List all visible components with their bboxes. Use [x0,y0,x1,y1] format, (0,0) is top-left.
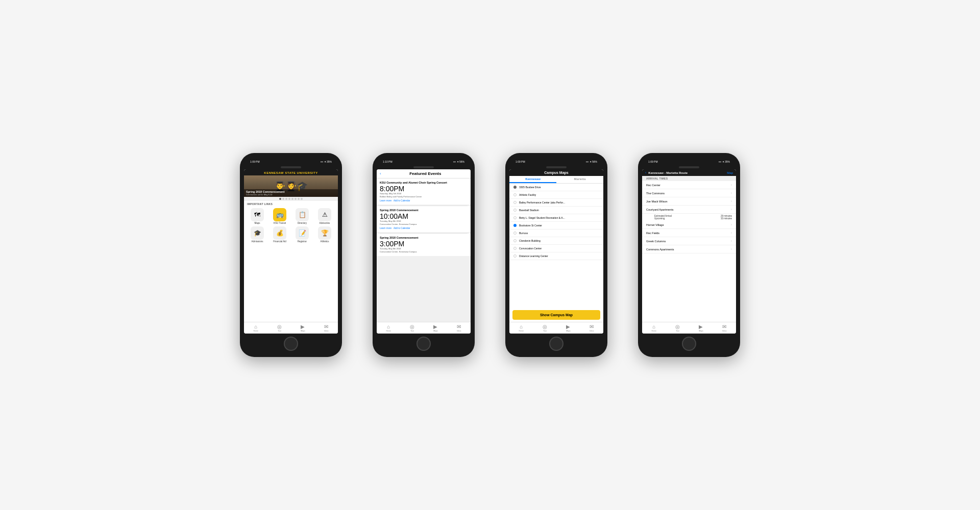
list-item-betty[interactable]: Betty L. Siegel Student Recreation & A..… [509,214,603,222]
icon-registrar[interactable]: 📝 Registrar [292,226,312,243]
event-1-details: Saturday, May 5th 2018 Bobbie Bailey and… [380,192,468,198]
nav4-home[interactable]: ⌂ Home [652,324,656,332]
tab-marietta[interactable]: Marietta [556,176,603,183]
back-button-2[interactable]: ‹ [380,171,381,176]
admissions-icon-box: 🎓 [251,226,264,240]
nav2-home[interactable]: ⌂ Home [386,324,391,332]
event-3-details: Tuesday, May 8th 2018 Convocation Center… [380,247,468,253]
nav-home[interactable]: ⌂ Home [254,324,258,332]
icon-athletics[interactable]: 🏆 Athletics [314,226,335,243]
directory-icon-box: 📋 [296,208,309,221]
item-busbee-label: 3305 Busbee Drive [519,186,541,189]
list-item-distance[interactable]: Distance Learning Center [509,252,603,260]
route-item-greek[interactable]: Greek Columns › [642,237,736,245]
home-button[interactable] [284,337,298,351]
event-1-calendar[interactable]: Add to Calendar [394,199,410,202]
event-2-learn[interactable]: Learn more [380,227,391,230]
campus-list: 3305 Busbee Drive Athletic Facility Bail… [509,184,603,308]
home-button-2[interactable] [416,337,431,351]
icon-transit[interactable]: 🚌 KSU Transit [270,208,290,224]
nav-maps[interactable]: ▶ Maps [301,324,305,332]
icon-advisories[interactable]: ⚠ Advisories [314,208,335,224]
icon-financial[interactable]: 💰 Financial Aid [270,226,290,243]
item-bailey-label: Bailey Performance Center (aka Perfor... [519,201,565,204]
event-1-actions: Learn more Add to Calendar [380,199,468,202]
nav3-tour[interactable]: ◎ Tour [543,324,547,332]
icon-admissions[interactable]: 🎓 Admissions [247,226,267,243]
icon-maps[interactable]: 🗺 Maps [247,208,267,224]
map-button[interactable]: Map [727,171,733,174]
nav3-inbox[interactable]: ✉ Inbox [590,324,594,332]
maps-icon-2: ▶ [433,324,437,329]
bottom-nav-3: ⌂ Home ◎ Tour ▶ Maps ✉ Inbox [509,322,603,334]
event-2-actions: Learn more Add to Calendar [380,227,468,230]
phone1-screen: Kennesaw State University 👨‍🎓👩‍🎓🎓 Spring… [244,169,338,334]
courtyard-label: Courtyard Apartments [646,208,674,211]
nav4-maps[interactable]: ▶ Maps [699,324,703,332]
item-bookstore-label: Bookstore St Center [519,224,542,227]
estimated-arrival: Estimated Arrival 29 minutes Upcoming 33… [642,214,736,221]
nav2-maps[interactable]: ▶ Maps [433,324,438,332]
event-1-learn[interactable]: Learn more [380,199,391,202]
list-item-athletic[interactable]: Athletic Facility [509,191,603,199]
chevron-5: › [731,231,732,235]
event-1-name: KSU Community and Alumni Choir Spring Co… [380,181,468,184]
phone3-screen: Campus Maps Kennesaw Marietta 3305 Busbe… [509,169,603,334]
list-item-bailey[interactable]: Bailey Performance Center (aka Perfor... [509,199,603,207]
dot-bailey [513,201,517,204]
hero-image[interactable]: 👨‍🎓👩‍🎓🎓 Spring 2018 Commencement Ceremon… [244,175,338,197]
status-icons: ▪▪▪ ✦ 35% [321,160,332,163]
route-item-recfields[interactable]: Rec Fields › [642,229,736,237]
nav3-home[interactable]: ⌂ Home [519,324,524,332]
nav-home-label: Home [254,330,258,332]
dot-bookstore [513,224,517,227]
nav4-inbox-label: Inbox [722,330,727,332]
advisories-icon-box: ⚠ [318,208,331,221]
route-title: Kennesaw - Marietta Route [648,171,725,174]
home-button-4[interactable] [682,337,696,351]
hero-subtitle: Ceremonies set for May 8-10 [246,193,336,196]
nav2-inbox[interactable]: ✉ Inbox [457,324,461,332]
route-item-rec[interactable]: Rec Center › [642,181,736,189]
tab-kennesaw[interactable]: Kennesaw [509,176,556,183]
chevron-6: › [731,239,732,243]
route-item-hornet[interactable]: Hornet Village › [642,221,736,229]
nav-tour[interactable]: ◎ Tour [277,324,282,332]
dot-busbee [513,186,517,189]
item-betty-label: Betty L. Siegel Student Recreation & A..… [519,216,565,219]
greek-label: Greek Columns [646,240,666,243]
route-item-commons-apts[interactable]: Commons Apartments › [642,245,736,253]
event-3[interactable]: Spring 2018 Commencement 3:00PM Tuesday,… [377,234,471,256]
event-3-name: Spring 2018 Commencement [380,236,468,239]
show-campus-map-btn[interactable]: Show Campus Map [512,310,600,320]
event-3-time: 3:00PM [380,240,468,247]
nav3-maps[interactable]: ▶ Maps [566,324,571,332]
nav-inbox[interactable]: ✉ Inbox [324,324,329,332]
route-item-commons[interactable]: The Commons › [642,189,736,197]
nav2-tour[interactable]: ◎ Tour [410,324,414,332]
nav4-tour[interactable]: ◎ Tour [675,324,680,332]
maps-icon-3: ▶ [566,324,570,329]
event-2[interactable]: Spring 2018 Commencement 10:00AM Tuesday… [377,206,471,232]
route-item-courtyard[interactable]: Courtyard Apartments › [642,206,736,214]
event-1[interactable]: KSU Community and Alumni Choir Spring Co… [377,178,471,205]
phone-1: 1:09 PM ▪▪▪ ✦ 35% Kennesaw State Univers… [240,153,342,357]
event-2-name: Spring 2018 Commencement [380,209,468,212]
event-2-calendar[interactable]: Add to Calendar [394,227,410,230]
list-item-burruss[interactable]: Burruss [509,230,603,237]
nav4-inbox[interactable]: ✉ Inbox [722,324,727,332]
route-item-joe[interactable]: Joe Mack Wilson › [642,197,736,206]
dot-baseball [513,209,517,212]
list-item-bookstore[interactable]: Bookstore St Center [509,222,603,230]
list-item-busbee[interactable]: 3305 Busbee Drive [509,184,603,191]
list-item-baseball[interactable]: Baseball Stadium [509,207,603,214]
maps-title: Campus Maps [512,171,600,174]
list-item-clendenin[interactable]: Clendenin Building [509,237,603,245]
icon-directory[interactable]: 📋 Directory [292,208,312,224]
home-button-3[interactable] [549,337,564,351]
ksu-header: Kennesaw State University [244,169,338,175]
dot-burruss [513,232,517,235]
status-icons-3: ▪▪▪ ✦ 56% [586,160,597,163]
back-button-4[interactable]: ‹ [645,171,646,174]
list-item-convocation[interactable]: Convocation Center [509,245,603,252]
